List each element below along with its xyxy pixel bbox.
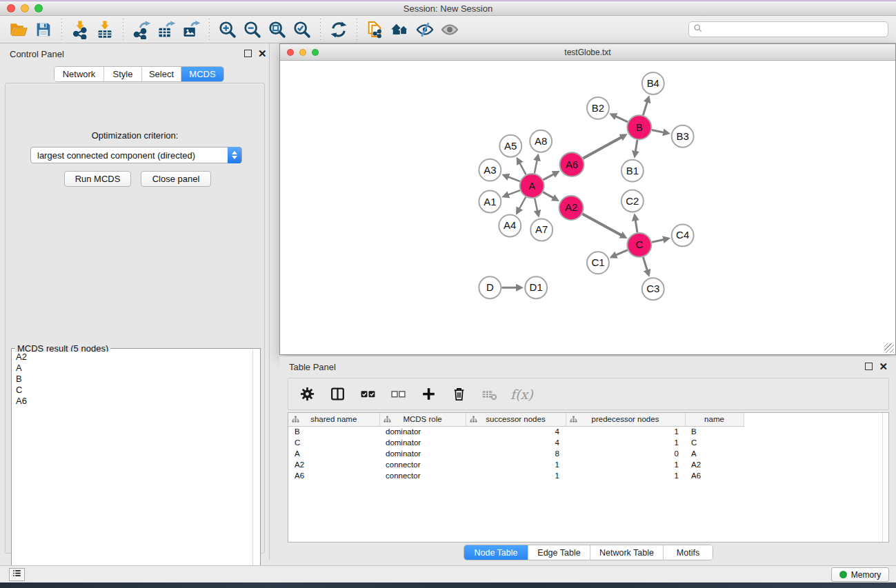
- graph-edge-A-A4[interactable]: [519, 197, 526, 209]
- table-cell[interactable]: dominator: [379, 426, 466, 437]
- deselect-all-icon[interactable]: [388, 384, 408, 405]
- table-cell[interactable]: C: [685, 437, 744, 448]
- mcds-result-list[interactable]: A2ABCA6: [13, 352, 252, 578]
- close-panel-button[interactable]: Close panel: [141, 171, 211, 187]
- graph-node-A4[interactable]: A4: [499, 214, 521, 236]
- graph-edge-C-C2[interactable]: [635, 220, 637, 232]
- graph-node-A6[interactable]: A6: [560, 152, 584, 176]
- graph-node-A7[interactable]: A7: [530, 219, 552, 241]
- graph-node-D[interactable]: D: [479, 276, 501, 298]
- table-scrollbar[interactable]: [882, 413, 888, 542]
- column-header-shared-name[interactable]: shared name: [288, 413, 379, 426]
- graph-edge-A6-B[interactable]: [583, 137, 621, 159]
- zoom-selected-icon[interactable]: [290, 18, 315, 41]
- float-panel-icon[interactable]: [244, 50, 252, 57]
- graph-edge-A-A3[interactable]: [508, 176, 519, 181]
- table-cell[interactable]: A2: [288, 459, 379, 470]
- tab-node-table[interactable]: Node Table: [464, 545, 528, 560]
- graph-edge-A2-C[interactable]: [582, 214, 621, 235]
- show-panel-icon[interactable]: [437, 18, 462, 41]
- graph-edge-C-C3[interactable]: [643, 257, 647, 271]
- window-titlebar[interactable]: Session: New Session: [0, 1, 896, 16]
- mcds-result-item[interactable]: A: [13, 363, 252, 374]
- network-view-window[interactable]: testGlobe.txt AA1A2A3A4A5A6A7A8BB1B2B3B4…: [279, 43, 896, 355]
- mcds-result-scrollbar[interactable]: [252, 350, 259, 578]
- table-cell[interactable]: 1: [466, 470, 566, 481]
- mcds-result-item[interactable]: C: [13, 385, 252, 396]
- tab-edge-table[interactable]: Edge Table: [528, 545, 590, 560]
- add-column-icon[interactable]: [418, 384, 439, 405]
- graph-node-A[interactable]: A: [520, 174, 544, 198]
- search-field[interactable]: [688, 21, 888, 37]
- tab-style[interactable]: Style: [104, 67, 142, 81]
- table-cell[interactable]: connector: [379, 470, 466, 481]
- column-header-predecessor-nodes[interactable]: predecessor nodes: [566, 413, 685, 426]
- table-cell[interactable]: A6: [685, 470, 744, 481]
- graph-edge-A-A8[interactable]: [535, 160, 537, 173]
- graph-node-C[interactable]: C: [627, 233, 651, 257]
- graph-edge-A-A6[interactable]: [543, 174, 554, 180]
- graph-node-C2[interactable]: C2: [621, 190, 644, 212]
- mcds-result-item[interactable]: A6: [13, 396, 252, 407]
- table-row[interactable]: Cdominator41C: [288, 437, 888, 448]
- criterion-dropdown[interactable]: largest connected component (directed): [30, 147, 242, 163]
- table-cell[interactable]: 1: [566, 426, 685, 437]
- graph-node-C3[interactable]: C3: [642, 278, 664, 300]
- table-cell[interactable]: 4: [466, 437, 566, 448]
- column-header-name[interactable]: name: [685, 413, 744, 426]
- network-canvas[interactable]: AA1A2A3A4A5A6A7A8BB1B2B3B4CC1C2C3C4DD1: [280, 61, 895, 354]
- search-input[interactable]: [703, 22, 888, 37]
- mcds-result-item[interactable]: A2: [13, 352, 252, 363]
- home-layout-icon[interactable]: [388, 18, 412, 41]
- table-cell[interactable]: A6: [288, 470, 379, 481]
- graph-edge-B-B4[interactable]: [643, 102, 647, 116]
- zoom-in-icon[interactable]: [215, 18, 240, 41]
- mcds-result-item[interactable]: B: [13, 374, 252, 385]
- graph-edge-C-C1[interactable]: [616, 250, 628, 255]
- network-window-titlebar[interactable]: testGlobe.txt: [280, 44, 895, 61]
- graph-node-A1[interactable]: A1: [479, 191, 501, 213]
- table-cell[interactable]: A: [288, 448, 379, 459]
- graph-edge-A-A5[interactable]: [519, 163, 526, 174]
- table-cell[interactable]: 1: [566, 470, 685, 481]
- table-cell[interactable]: C: [288, 437, 379, 448]
- graph-node-A5[interactable]: A5: [499, 135, 521, 157]
- task-history-button[interactable]: [9, 568, 25, 581]
- tab-mcds[interactable]: MCDS: [181, 67, 223, 81]
- float-table-panel-icon[interactable]: [865, 363, 873, 370]
- tab-select[interactable]: Select: [142, 67, 181, 81]
- graph-edge-B-B1[interactable]: [635, 140, 637, 152]
- open-session-icon[interactable]: [6, 18, 31, 41]
- network-graph[interactable]: AA1A2A3A4A5A6A7A8BB1B2B3B4CC1C2C3C4DD1: [280, 61, 895, 354]
- graph-node-C4[interactable]: C4: [672, 224, 694, 246]
- table-cell[interactable]: connector: [379, 459, 466, 470]
- table-cell[interactable]: dominator: [379, 448, 466, 459]
- refresh-icon[interactable]: [326, 18, 351, 41]
- table-row[interactable]: A2connector11A2: [288, 459, 888, 470]
- graph-edge-C-C4[interactable]: [652, 239, 664, 242]
- graph-node-B[interactable]: B: [627, 115, 651, 139]
- graph-node-B1[interactable]: B1: [621, 160, 644, 182]
- columns-icon[interactable]: [327, 384, 348, 405]
- table-cell[interactable]: 0: [566, 448, 685, 459]
- table-cell[interactable]: 4: [466, 426, 566, 437]
- run-mcds-button[interactable]: Run MCDS: [64, 171, 131, 187]
- gear-icon[interactable]: [297, 384, 317, 405]
- graph-node-A8[interactable]: A8: [530, 130, 552, 152]
- close-panel-icon[interactable]: ✕: [258, 50, 267, 57]
- network-document-icon[interactable]: [363, 18, 388, 41]
- tab-motifs[interactable]: Motifs: [664, 545, 713, 560]
- graph-edge-B-B2[interactable]: [615, 116, 628, 122]
- export-network-icon[interactable]: [129, 18, 154, 41]
- graph-edge-A-A7[interactable]: [535, 199, 537, 212]
- select-all-icon[interactable]: [357, 384, 378, 405]
- delete-column-icon[interactable]: [448, 384, 469, 405]
- save-session-icon[interactable]: [31, 18, 56, 41]
- export-image-icon[interactable]: [179, 18, 203, 41]
- graph-edge-A-A2[interactable]: [543, 192, 553, 198]
- table-cell[interactable]: B: [685, 426, 744, 437]
- tab-network[interactable]: Network: [54, 67, 104, 81]
- graph-node-A2[interactable]: A2: [559, 196, 584, 220]
- graph-node-B2[interactable]: B2: [587, 97, 609, 119]
- table-row[interactable]: Adominator80A: [288, 448, 888, 459]
